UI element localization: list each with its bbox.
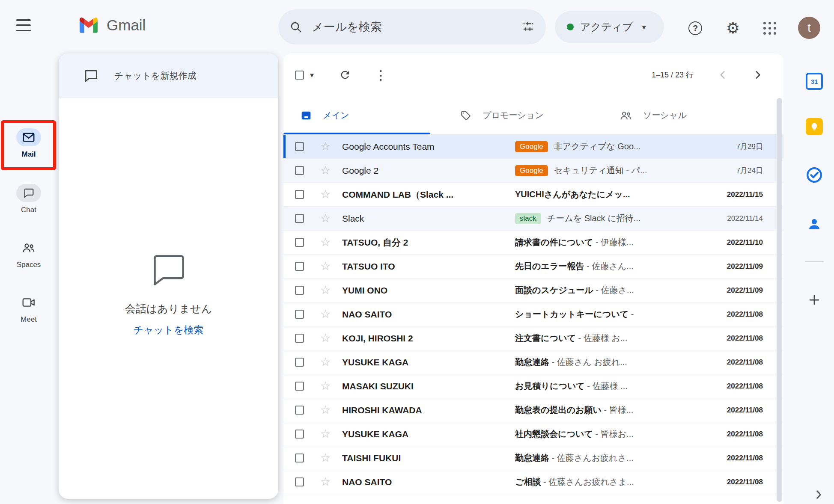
row-subject-cell: 先日のエラー報告 - 佐藤さん... [515,261,715,272]
mail-row[interactable]: ☆ YUSUKE KAGA 社内懇談会について - 皆様お... 2022/11… [283,422,783,446]
star-icon[interactable]: ☆ [319,285,331,296]
search-filter-icon[interactable] [522,21,535,33]
mail-row[interactable]: ☆ COMMAND LAB（Slack ... YUICHIさんがあなたにメッ.… [283,183,783,207]
star-icon[interactable]: ☆ [319,380,331,392]
chevron-left-icon [717,69,728,80]
star-icon[interactable]: ☆ [319,332,331,344]
tasks-sidebar-button[interactable] [805,166,824,184]
star-icon[interactable]: ☆ [319,165,331,176]
mail-row[interactable]: ☆ TATSUO ITO 先日のエラー報告 - 佐藤さん... 2022/11/… [283,255,783,279]
mail-row[interactable]: ☆ YUSUKE KAGA 勤怠連絡 - 佐藤さん お疲れ... 2022/11… [283,350,783,374]
row-checkbox[interactable] [295,238,304,247]
row-date: 2022/11/08 [715,334,783,343]
star-icon[interactable]: ☆ [319,189,331,200]
mail-row[interactable]: ☆ HIROSHI KAWADA 勤怠表の提出のお願い - 皆様... 2022… [283,398,783,422]
star-icon[interactable]: ☆ [319,141,331,152]
row-subject: チームを Slack に招待... [547,213,641,223]
row-checkbox[interactable] [295,190,304,199]
row-date: 2022/11/14 [715,214,783,223]
google-apps-button[interactable] [760,19,779,38]
settings-button[interactable]: ⚙ [724,19,742,38]
sidebar-divider [805,261,824,262]
mail-row[interactable]: ☆ KOJI, HIROSHI 2 注文書について - 佐藤様 お... 202… [283,326,783,350]
row-checkbox[interactable] [295,454,304,462]
mail-row[interactable]: ☆ NAO SAITO ご相談 - 佐藤さんお疲れさま... 2022/11/0… [283,470,783,494]
mail-scrollbar[interactable] [777,98,782,502]
row-subject-cell: 面談のスケジュール - 佐藤さ... [515,285,715,296]
star-icon[interactable]: ☆ [319,428,331,440]
star-icon[interactable]: ☆ [319,452,331,464]
side-panel-collapse-button[interactable] [811,487,826,502]
select-all-checkbox[interactable] [295,71,304,80]
sidebar-item-chat[interactable]: Chat [0,184,57,214]
row-subject-text: 社内懇談会について - 皆様お... [515,428,634,440]
mail-row[interactable]: ☆ YUMI ONO 面談のスケジュール - 佐藤さ... 2022/11/09 [283,279,783,302]
mail-row[interactable]: ☆ TAISHI FUKUI 勤怠連絡 - 佐藤さんお疲れさ... 2022/1… [283,446,783,470]
row-checkbox[interactable] [295,214,304,223]
apps-grid-icon [763,22,776,35]
row-subject-text: 請求書の件について - 伊藤様... [515,237,634,248]
mail-row[interactable]: ☆ TATSUO, 自分 2 請求書の件について - 伊藤様... 2022/1… [283,231,783,255]
search-bar[interactable] [278,9,546,44]
tab-primary[interactable]: メイン [283,96,443,134]
get-addons-button[interactable] [805,291,824,309]
star-icon[interactable]: ☆ [319,308,331,320]
row-checkbox[interactable] [295,142,304,151]
mail-row[interactable]: ☆ NAO SAITO ショートカットキーについて - 2022/11/08 [283,302,783,326]
newer-page-button[interactable] [714,66,731,83]
star-icon[interactable]: ☆ [319,476,331,488]
new-chat-button[interactable]: チャットを新規作成 [59,53,278,98]
refresh-button[interactable] [336,65,354,84]
keep-sidebar-button[interactable] [805,117,824,136]
row-checkbox[interactable] [295,430,304,439]
sidebar-item-mail[interactable]: Mail [0,128,57,159]
older-page-button[interactable] [749,66,766,83]
row-subject-cell: 請求書の件について - 伊藤様... [515,237,715,248]
account-avatar[interactable]: t [798,17,820,39]
status-dropdown[interactable]: アクティブ ▼ [555,11,664,43]
contacts-sidebar-button[interactable] [805,215,824,234]
row-checkbox[interactable] [295,262,304,271]
row-subject: お見積りについて [515,381,585,391]
help-button[interactable]: ? [686,19,705,38]
mail-list-panel: ▼ ⋮ 1–15 / 23 行 メイン プロ [283,53,783,504]
keep-icon [806,118,823,135]
row-checkbox[interactable] [295,406,304,415]
chat-search-link[interactable]: チャットを検索 [134,323,204,337]
row-checkbox[interactable] [295,334,304,343]
row-checkbox[interactable] [295,310,304,319]
row-subject-text: 勤怠表の提出のお願い - 皆様... [515,404,633,416]
row-sender: Google 2 [342,166,515,176]
row-checkbox[interactable] [295,286,304,295]
calendar-sidebar-button[interactable]: 31 [805,72,824,91]
star-icon[interactable]: ☆ [319,404,331,416]
row-checkbox[interactable] [295,477,304,486]
more-options-button[interactable]: ⋮ [372,65,390,84]
star-icon[interactable]: ☆ [319,261,331,272]
row-checkbox[interactable] [295,358,304,367]
row-sender: YUMI ONO [342,285,515,296]
mail-row[interactable]: ☆ Google 2 Google セキュリティ通知 - パ... 7月24日 [283,159,783,183]
status-label: アクティブ [580,20,633,34]
sidebar-item-meet[interactable]: Meet [0,294,57,324]
main-menu-icon[interactable] [16,19,31,31]
sidebar-item-spaces[interactable]: Spaces [0,239,57,269]
tab-promotions[interactable]: プロモーション [443,96,603,134]
mail-row[interactable]: ☆ MASAKI SUZUKI お見積りについて - 佐藤様 ... 2022/… [283,374,783,398]
status-active-dot [567,24,574,30]
search-input[interactable] [312,21,522,34]
sidebar-item-label: Spaces [17,261,41,269]
mail-row[interactable]: ☆ Slack slack チームを Slack に招待... 2022/11/… [283,207,783,231]
tab-social[interactable]: ソーシャル [603,96,763,134]
mail-row[interactable]: ☆ Google Accounts Team Google 非アクティブな Go… [283,135,783,159]
gear-icon: ⚙ [726,21,740,36]
row-snippet: - 佐藤さん お疲れ... [549,357,627,367]
star-icon[interactable]: ☆ [319,237,331,248]
row-subject-cell: Google セキュリティ通知 - パ... [515,165,715,176]
people-icon [620,110,632,121]
row-checkbox[interactable] [295,166,304,175]
star-icon[interactable]: ☆ [319,213,331,224]
select-dropdown-icon[interactable]: ▼ [309,71,315,79]
star-icon[interactable]: ☆ [319,356,331,368]
row-checkbox[interactable] [295,382,304,391]
